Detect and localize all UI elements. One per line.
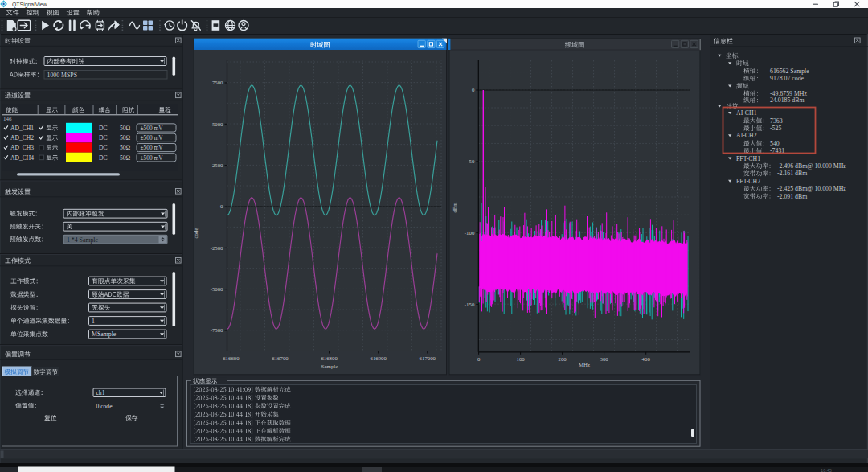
svg-text:AI-CH1: AI-CH1 bbox=[736, 109, 757, 117]
svg-text:7363: 7363 bbox=[770, 117, 783, 125]
svg-text:617000: 617000 bbox=[420, 355, 436, 361]
svg-text:-2.425 dBm@ 10.000 MHz: -2.425 dBm@ 10.000 MHz bbox=[777, 185, 846, 192]
svg-text:FFT-CH2: FFT-CH2 bbox=[736, 178, 760, 185]
svg-text:24.0185 dBm: 24.0185 dBm bbox=[770, 96, 804, 104]
svg-text:50Ω: 50Ω bbox=[120, 125, 131, 132]
svg-text:-100: -100 bbox=[465, 230, 475, 236]
svg-text:10:45: 10:45 bbox=[821, 468, 832, 472]
svg-text:DC: DC bbox=[99, 154, 108, 162]
svg-text:±500 mV: ±500 mV bbox=[141, 125, 164, 132]
svg-text:1000 MSPS: 1000 MSPS bbox=[47, 72, 78, 79]
svg-text:616800: 616800 bbox=[321, 355, 338, 361]
svg-text:146: 146 bbox=[3, 116, 12, 122]
svg-text:-2500: -2500 bbox=[211, 245, 223, 251]
svg-text:MHz: MHz bbox=[579, 362, 590, 367]
svg-text:MSample: MSample bbox=[92, 330, 117, 338]
svg-text:dBm: dBm bbox=[452, 202, 457, 213]
svg-text:616700: 616700 bbox=[272, 355, 289, 361]
svg-text:DC: DC bbox=[99, 125, 108, 132]
svg-text:-50: -50 bbox=[467, 158, 475, 164]
svg-text:5000: 5000 bbox=[212, 121, 223, 127]
svg-text:-525: -525 bbox=[770, 125, 781, 132]
svg-text:-2.091 dBm: -2.091 dBm bbox=[777, 193, 807, 200]
svg-text:-2.161 dBm: -2.161 dBm bbox=[777, 170, 807, 177]
svg-text:9178.07 code: 9178.07 code bbox=[770, 75, 805, 82]
svg-text:±500 mV: ±500 mV bbox=[141, 154, 164, 162]
svg-text:QTSignalView: QTSignalView bbox=[12, 2, 47, 8]
svg-text:0 code: 0 code bbox=[96, 403, 113, 410]
svg-text:0: 0 bbox=[472, 87, 475, 92]
svg-text:616900: 616900 bbox=[371, 355, 387, 361]
svg-text:0: 0 bbox=[477, 356, 481, 362]
svg-text:200: 200 bbox=[558, 356, 567, 362]
svg-text:300: 300 bbox=[600, 356, 608, 362]
svg-text:1: 1 bbox=[92, 318, 95, 325]
svg-text:AD_CH1: AD_CH1 bbox=[10, 125, 34, 132]
svg-text:2500: 2500 bbox=[212, 162, 223, 168]
svg-text:400: 400 bbox=[642, 356, 651, 362]
svg-text:100: 100 bbox=[516, 356, 525, 362]
svg-text:-2.496 dBm@ 10.000 MHz: -2.496 dBm@ 10.000 MHz bbox=[777, 162, 846, 170]
svg-text:code: code bbox=[193, 228, 199, 239]
svg-text:-150: -150 bbox=[465, 302, 475, 307]
svg-text:Sample: Sample bbox=[321, 363, 338, 369]
svg-text:DC: DC bbox=[99, 144, 108, 151]
svg-text:-5000: -5000 bbox=[211, 286, 223, 292]
svg-text:AI-CH2: AI-CH2 bbox=[736, 132, 757, 139]
svg-text:-7500: -7500 bbox=[211, 327, 223, 333]
svg-text:0: 0 bbox=[220, 203, 223, 209]
svg-text:616562 Sample: 616562 Sample bbox=[770, 68, 809, 75]
svg-text:±500 mV: ±500 mV bbox=[141, 134, 164, 142]
svg-text:616600: 616600 bbox=[223, 355, 240, 361]
svg-text:±500 mV: ±500 mV bbox=[141, 144, 164, 151]
svg-text:AD_CH2: AD_CH2 bbox=[10, 134, 34, 142]
svg-text:50Ω: 50Ω bbox=[120, 144, 131, 151]
svg-text:ch1: ch1 bbox=[96, 389, 105, 396]
svg-text:1 *4 Sample: 1 *4 Sample bbox=[67, 236, 99, 244]
svg-text:50Ω: 50Ω bbox=[120, 154, 131, 162]
svg-text:FFT-CH1: FFT-CH1 bbox=[736, 155, 760, 162]
svg-text:AD_CH3: AD_CH3 bbox=[10, 144, 34, 151]
svg-text:7500: 7500 bbox=[212, 80, 223, 85]
svg-text:DC: DC bbox=[99, 134, 108, 142]
svg-text:540: 540 bbox=[770, 140, 780, 147]
svg-text:AD_CH4: AD_CH4 bbox=[10, 154, 34, 162]
svg-text:50Ω: 50Ω bbox=[120, 134, 131, 142]
